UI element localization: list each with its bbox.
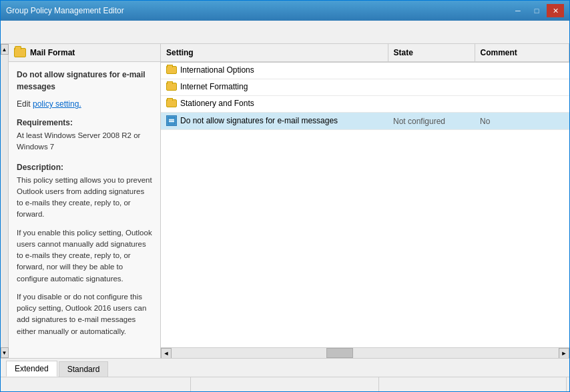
left-panel-header: Mail Format bbox=[9, 44, 160, 62]
table-row[interactable]: Stationery and Fonts bbox=[161, 96, 569, 113]
folder-row-icon-container: Stationery and Fonts bbox=[166, 99, 254, 108]
comment-cell: No bbox=[475, 113, 569, 130]
description-label: Description: bbox=[17, 161, 152, 173]
settings-table: Setting State Comment International bbox=[161, 44, 569, 130]
tab-bar: Extended Standard bbox=[1, 358, 569, 377]
policy-row-icon-container: Do not allow signatures for e-mail messa… bbox=[166, 115, 338, 126]
table-row[interactable]: Internet Formatting bbox=[161, 79, 569, 96]
row-setting-text: International Options bbox=[180, 65, 254, 75]
state-cell bbox=[388, 79, 475, 96]
policy-detail-title: Do not allow signatures for e-mail messa… bbox=[17, 69, 152, 93]
table-row-selected[interactable]: Do not allow signatures for e-mail messa… bbox=[161, 113, 569, 130]
main-content: ▲ ▼ Mail Format Do not allow signatures … bbox=[1, 44, 569, 358]
window-controls: ─ □ ✕ bbox=[509, 4, 564, 17]
policy-setting-link[interactable]: policy setting. bbox=[33, 99, 81, 109]
window-body: ▲ ▼ Mail Format Do not allow signatures … bbox=[1, 21, 569, 391]
window-title: Group Policy Management Editor bbox=[6, 6, 124, 15]
tab-standard[interactable]: Standard bbox=[59, 361, 109, 377]
status-bar bbox=[1, 377, 569, 391]
folder-icon bbox=[14, 48, 26, 57]
minimize-button[interactable]: ─ bbox=[509, 4, 527, 17]
tab-standard-label: Standard bbox=[67, 365, 100, 374]
right-panel: Setting State Comment International bbox=[161, 44, 569, 358]
folder-small-icon bbox=[166, 83, 177, 91]
row-setting-text: Internet Formatting bbox=[180, 82, 248, 91]
setting-cell: Stationery and Fonts bbox=[161, 96, 388, 113]
setting-cell: Do not allow signatures for e-mail messa… bbox=[161, 113, 388, 130]
scroll-down-button[interactable]: ▼ bbox=[1, 347, 9, 358]
folder-row-icon-container: Internet Formatting bbox=[166, 82, 248, 91]
toolbar-area bbox=[1, 21, 569, 44]
main-window: Group Policy Management Editor ─ □ ✕ ▲ ▼… bbox=[0, 0, 570, 392]
description-text2: If you enable this policy setting, Outlo… bbox=[17, 227, 152, 285]
maximize-button[interactable]: □ bbox=[528, 4, 545, 17]
col-comment: Comment bbox=[475, 44, 569, 62]
col-state: State bbox=[388, 44, 475, 62]
svg-rect-1 bbox=[169, 119, 174, 121]
scroll-track-h bbox=[172, 348, 559, 358]
folder-small-icon bbox=[166, 66, 177, 74]
edit-link-container: Edit policy setting. bbox=[17, 98, 152, 110]
description-text3: If you disable or do not configure this … bbox=[17, 291, 152, 337]
table-header-row: Setting State Comment bbox=[161, 44, 569, 62]
comment-cell bbox=[475, 79, 569, 96]
status-segment-2 bbox=[191, 377, 378, 391]
tab-extended-label: Extended bbox=[15, 364, 49, 373]
folder-small-icon bbox=[166, 99, 177, 107]
svg-rect-0 bbox=[168, 117, 175, 124]
comment-cell bbox=[475, 62, 569, 79]
left-scroll-panel: ▲ ▼ bbox=[1, 44, 9, 358]
policy-item-icon bbox=[166, 115, 177, 126]
row-setting-text: Stationery and Fonts bbox=[180, 99, 254, 108]
requirements-label: Requirements: bbox=[17, 117, 152, 129]
edit-prefix: Edit bbox=[17, 99, 33, 109]
scroll-right-button[interactable]: ► bbox=[559, 348, 569, 359]
tab-extended[interactable]: Extended bbox=[6, 361, 57, 377]
comment-cell bbox=[475, 96, 569, 113]
scroll-up-button[interactable]: ▲ bbox=[1, 44, 9, 55]
setting-cell: Internet Formatting bbox=[161, 79, 388, 96]
table-wrapper[interactable]: Setting State Comment International bbox=[161, 44, 569, 347]
state-cell: Not configured bbox=[388, 113, 475, 130]
setting-cell: International Options bbox=[161, 62, 388, 79]
scroll-track bbox=[1, 55, 8, 347]
left-panel-body: Do not allow signatures for e-mail messa… bbox=[9, 62, 160, 358]
left-panel-title: Mail Format bbox=[30, 48, 75, 57]
folder-row-icon-container: International Options bbox=[166, 65, 254, 75]
left-panel: Mail Format Do not allow signatures for … bbox=[9, 44, 161, 358]
scroll-thumb-h[interactable] bbox=[326, 348, 353, 358]
horizontal-scrollbar[interactable]: ◄ ► bbox=[161, 347, 569, 358]
state-cell bbox=[388, 96, 475, 113]
row-setting-text: Do not allow signatures for e-mail messa… bbox=[180, 116, 338, 125]
requirements-text: At least Windows Server 2008 R2 or Windo… bbox=[17, 130, 152, 153]
table-row[interactable]: International Options bbox=[161, 62, 569, 79]
svg-rect-2 bbox=[169, 121, 174, 123]
col-setting: Setting bbox=[161, 44, 388, 62]
state-cell bbox=[388, 62, 475, 79]
status-segment-1 bbox=[3, 377, 191, 391]
close-button[interactable]: ✕ bbox=[547, 4, 564, 17]
description-text1: This policy setting allows you to preven… bbox=[17, 175, 152, 221]
status-segment-3 bbox=[379, 377, 567, 391]
title-bar: Group Policy Management Editor ─ □ ✕ bbox=[1, 1, 569, 21]
scroll-left-button[interactable]: ◄ bbox=[161, 348, 172, 359]
